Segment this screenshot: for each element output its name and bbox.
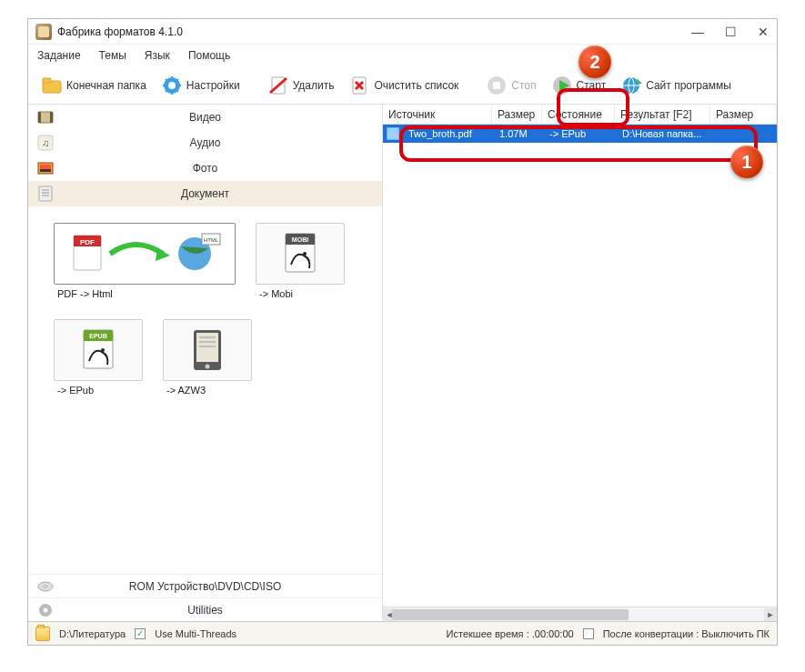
globe-icon [620, 75, 642, 96]
category-utilities[interactable]: Utilities [28, 597, 382, 621]
bottom-categories: ROM Устройство\DVD\CD\ISO Utilities [28, 574, 382, 621]
file-icon [387, 127, 399, 140]
audio-icon: ♫ [35, 133, 55, 153]
document-icon [35, 184, 55, 204]
svg-rect-21 [40, 165, 51, 169]
category-document[interactable]: Документ [28, 181, 382, 206]
format-pdf-html[interactable]: PDF HTML PDF -> Html [54, 223, 236, 299]
file-list-header: Источник Размер Состояние Результат [F2]… [383, 105, 777, 125]
menu-help[interactable]: Помощь [188, 49, 230, 62]
cell-size: 1.07M [494, 128, 544, 139]
svg-text:♫: ♫ [42, 137, 49, 148]
svg-text:EPUB: EPUB [89, 333, 106, 339]
svg-rect-10 [493, 82, 500, 89]
remove-button[interactable]: Удалить [262, 71, 340, 100]
horizontal-scrollbar[interactable]: ◄ ► [383, 607, 777, 621]
format-epub-thumb: EPUB [54, 319, 143, 381]
remove-icon [267, 75, 289, 96]
table-row[interactable]: Two_broth.pdf 1.07M -> EPub D:\Новая пап… [383, 125, 777, 143]
format-epub[interactable]: EPUB -> EPub [54, 319, 143, 396]
settings-button[interactable]: Настройки [156, 71, 246, 100]
svg-point-3 [168, 82, 176, 89]
svg-text:MOBI: MOBI [292, 236, 308, 243]
site-button[interactable]: Сайт программы [615, 71, 737, 100]
svg-text:PDF: PDF [80, 238, 95, 246]
after-convert-checkbox[interactable]: ✓ [583, 628, 594, 639]
svg-point-37 [303, 252, 307, 256]
col-result[interactable]: Результат [F2] [615, 105, 710, 124]
cell-source: Two_broth.pdf [403, 128, 494, 139]
clear-icon [348, 75, 370, 96]
col-state[interactable]: Состояние [542, 105, 615, 124]
clear-list-button[interactable]: Очистить список [343, 71, 464, 100]
window-title: Фабрика форматов 4.1.0 [57, 25, 691, 38]
menu-task[interactable]: Задание [37, 49, 81, 62]
format-mobi-thumb: MOBI [256, 223, 345, 285]
svg-text:HTML: HTML [204, 237, 219, 243]
format-azw3[interactable]: -> AZW3 [163, 319, 252, 396]
clear-label: Очистить список [374, 79, 458, 92]
site-label: Сайт программы [646, 79, 731, 92]
cell-state: -> EPub [544, 128, 617, 139]
remove-label: Удалить [293, 79, 335, 92]
video-icon [35, 107, 55, 127]
menu-bar: Задание Темы Язык Помощь [28, 45, 777, 66]
app-icon [35, 24, 52, 40]
status-folder-icon[interactable] [35, 627, 50, 641]
col-size2[interactable]: Размер [710, 105, 777, 124]
multi-threads-checkbox[interactable]: ✓ [135, 628, 146, 639]
svg-rect-17 [50, 112, 53, 123]
body-split: Видео ♫ Аудио Фото [28, 105, 777, 621]
elapsed-time: Истекшее время : .00:00:00 [447, 628, 574, 639]
menu-themes[interactable]: Темы [99, 49, 126, 62]
svg-marker-30 [156, 248, 170, 261]
format-epub-label: -> EPub [54, 385, 94, 396]
scroll-thumb[interactable] [392, 609, 629, 620]
format-azw3-label: -> AZW3 [163, 385, 206, 396]
svg-rect-16 [38, 112, 41, 123]
photo-icon [35, 158, 55, 178]
scroll-right-arrow[interactable]: ► [764, 608, 777, 621]
callout-badge-2: 2 [579, 45, 611, 78]
maximize-button[interactable]: ☐ [724, 25, 737, 38]
svg-rect-1 [43, 78, 51, 83]
svg-point-44 [206, 365, 210, 369]
format-mobi[interactable]: MOBI -> Mobi [256, 223, 345, 299]
category-audio-label: Аудио [65, 136, 346, 149]
close-button[interactable]: ✕ [757, 25, 770, 38]
stop-button[interactable]: Стоп [480, 71, 541, 100]
svg-point-51 [44, 607, 48, 612]
stop-label: Стоп [511, 79, 536, 92]
category-audio[interactable]: ♫ Аудио [28, 130, 382, 155]
col-size[interactable]: Размер [492, 105, 542, 124]
minimize-button[interactable]: — [691, 25, 704, 38]
after-convert-label: После конвертации : Выключить ПК [603, 628, 770, 639]
left-pane: Видео ♫ Аудио Фото [28, 105, 383, 621]
category-video[interactable]: Видео [28, 105, 382, 130]
format-pdf-html-thumb: PDF HTML [54, 223, 236, 285]
settings-label: Настройки [186, 79, 240, 92]
format-azw3-thumb [163, 319, 252, 381]
callout-badge-1: 1 [730, 145, 763, 178]
format-grid: PDF HTML PDF -> Html [28, 206, 382, 412]
disc-icon [35, 577, 55, 597]
category-rom[interactable]: ROM Устройство\DVD\CD\ISO [28, 574, 382, 597]
toolbar: Конечная папка Настройки Удалить Очистит… [28, 66, 777, 105]
output-folder-button[interactable]: Конечная папка [35, 71, 152, 100]
titlebar: Фабрика форматов 4.1.0 — ☐ ✕ [28, 19, 777, 45]
gear-small-icon [35, 600, 55, 620]
gear-icon [161, 75, 183, 96]
category-video-label: Видео [65, 111, 346, 124]
stop-icon [486, 75, 508, 96]
category-photo[interactable]: Фото [28, 155, 382, 181]
category-rom-label: ROM Устройство\DVD\CD\ISO [65, 580, 346, 593]
multi-threads-label: Use Multi-Threads [155, 628, 236, 639]
col-source[interactable]: Источник [383, 105, 492, 124]
file-list[interactable]: Two_broth.pdf 1.07M -> EPub D:\Новая пап… [383, 125, 777, 607]
menu-lang[interactable]: Язык [145, 49, 170, 62]
app-window: Фабрика форматов 4.1.0 — ☐ ✕ Задание Тем… [27, 18, 778, 646]
folder-icon [41, 75, 63, 96]
svg-rect-22 [40, 169, 51, 172]
format-mobi-label: -> Mobi [256, 288, 293, 299]
category-document-label: Документ [65, 187, 346, 200]
